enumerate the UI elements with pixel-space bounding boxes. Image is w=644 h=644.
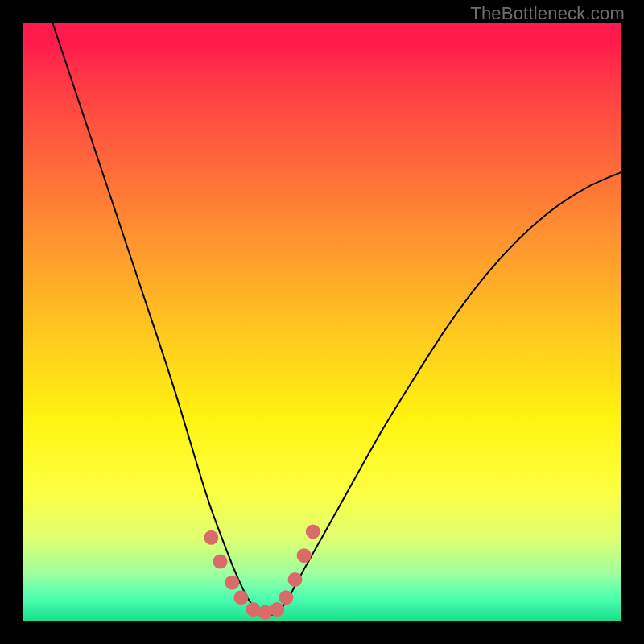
plot-area	[23, 23, 621, 621]
gradient-background	[23, 23, 621, 621]
attribution-text: TheBottleneck.com	[470, 3, 625, 24]
chart-frame: TheBottleneck.com	[0, 0, 644, 644]
